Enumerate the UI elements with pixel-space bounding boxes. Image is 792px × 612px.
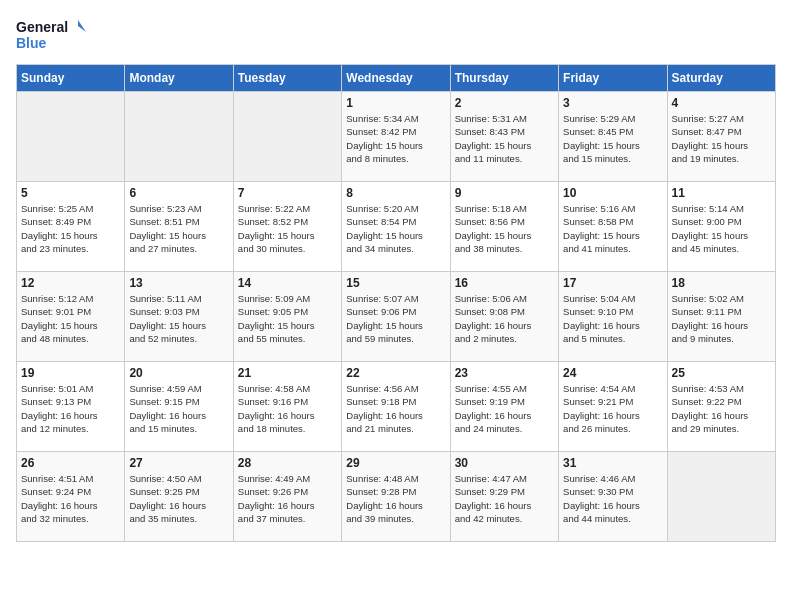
calendar-cell: 6Sunrise: 5:23 AM Sunset: 8:51 PM Daylig… [125,182,233,272]
week-row-3: 12Sunrise: 5:12 AM Sunset: 9:01 PM Dayli… [17,272,776,362]
week-row-4: 19Sunrise: 5:01 AM Sunset: 9:13 PM Dayli… [17,362,776,452]
day-number: 1 [346,96,445,110]
day-info: Sunrise: 5:23 AM Sunset: 8:51 PM Dayligh… [129,202,228,255]
day-number: 24 [563,366,662,380]
day-info: Sunrise: 4:46 AM Sunset: 9:30 PM Dayligh… [563,472,662,525]
day-number: 6 [129,186,228,200]
day-number: 12 [21,276,120,290]
weekday-header-monday: Monday [125,65,233,92]
calendar-table: SundayMondayTuesdayWednesdayThursdayFrid… [16,64,776,542]
calendar-cell: 15Sunrise: 5:07 AM Sunset: 9:06 PM Dayli… [342,272,450,362]
calendar-cell: 4Sunrise: 5:27 AM Sunset: 8:47 PM Daylig… [667,92,775,182]
day-info: Sunrise: 5:12 AM Sunset: 9:01 PM Dayligh… [21,292,120,345]
day-info: Sunrise: 4:48 AM Sunset: 9:28 PM Dayligh… [346,472,445,525]
day-info: Sunrise: 4:55 AM Sunset: 9:19 PM Dayligh… [455,382,554,435]
day-info: Sunrise: 5:27 AM Sunset: 8:47 PM Dayligh… [672,112,771,165]
day-info: Sunrise: 5:07 AM Sunset: 9:06 PM Dayligh… [346,292,445,345]
page-header: General Blue [16,16,776,54]
day-info: Sunrise: 5:31 AM Sunset: 8:43 PM Dayligh… [455,112,554,165]
calendar-cell [667,452,775,542]
calendar-cell: 5Sunrise: 5:25 AM Sunset: 8:49 PM Daylig… [17,182,125,272]
calendar-cell: 1Sunrise: 5:34 AM Sunset: 8:42 PM Daylig… [342,92,450,182]
calendar-cell: 28Sunrise: 4:49 AM Sunset: 9:26 PM Dayli… [233,452,341,542]
calendar-cell: 10Sunrise: 5:16 AM Sunset: 8:58 PM Dayli… [559,182,667,272]
day-number: 22 [346,366,445,380]
day-number: 26 [21,456,120,470]
calendar-cell: 25Sunrise: 4:53 AM Sunset: 9:22 PM Dayli… [667,362,775,452]
calendar-cell: 20Sunrise: 4:59 AM Sunset: 9:15 PM Dayli… [125,362,233,452]
day-number: 21 [238,366,337,380]
day-number: 16 [455,276,554,290]
calendar-cell [125,92,233,182]
day-number: 29 [346,456,445,470]
day-number: 28 [238,456,337,470]
calendar-cell: 27Sunrise: 4:50 AM Sunset: 9:25 PM Dayli… [125,452,233,542]
calendar-cell: 8Sunrise: 5:20 AM Sunset: 8:54 PM Daylig… [342,182,450,272]
calendar-cell: 11Sunrise: 5:14 AM Sunset: 9:00 PM Dayli… [667,182,775,272]
calendar-cell: 16Sunrise: 5:06 AM Sunset: 9:08 PM Dayli… [450,272,558,362]
calendar-cell: 21Sunrise: 4:58 AM Sunset: 9:16 PM Dayli… [233,362,341,452]
day-number: 14 [238,276,337,290]
calendar-cell: 31Sunrise: 4:46 AM Sunset: 9:30 PM Dayli… [559,452,667,542]
calendar-cell: 26Sunrise: 4:51 AM Sunset: 9:24 PM Dayli… [17,452,125,542]
day-number: 10 [563,186,662,200]
day-info: Sunrise: 4:58 AM Sunset: 9:16 PM Dayligh… [238,382,337,435]
day-info: Sunrise: 5:29 AM Sunset: 8:45 PM Dayligh… [563,112,662,165]
day-info: Sunrise: 5:22 AM Sunset: 8:52 PM Dayligh… [238,202,337,255]
weekday-header-row: SundayMondayTuesdayWednesdayThursdayFrid… [17,65,776,92]
calendar-cell: 14Sunrise: 5:09 AM Sunset: 9:05 PM Dayli… [233,272,341,362]
day-info: Sunrise: 4:51 AM Sunset: 9:24 PM Dayligh… [21,472,120,525]
day-number: 20 [129,366,228,380]
calendar-cell: 12Sunrise: 5:12 AM Sunset: 9:01 PM Dayli… [17,272,125,362]
day-number: 27 [129,456,228,470]
day-number: 19 [21,366,120,380]
calendar-cell: 3Sunrise: 5:29 AM Sunset: 8:45 PM Daylig… [559,92,667,182]
day-info: Sunrise: 5:06 AM Sunset: 9:08 PM Dayligh… [455,292,554,345]
day-info: Sunrise: 5:20 AM Sunset: 8:54 PM Dayligh… [346,202,445,255]
day-number: 17 [563,276,662,290]
svg-text:Blue: Blue [16,35,47,51]
day-number: 25 [672,366,771,380]
weekday-header-thursday: Thursday [450,65,558,92]
calendar-cell [17,92,125,182]
calendar-cell: 13Sunrise: 5:11 AM Sunset: 9:03 PM Dayli… [125,272,233,362]
weekday-header-sunday: Sunday [17,65,125,92]
day-info: Sunrise: 4:49 AM Sunset: 9:26 PM Dayligh… [238,472,337,525]
calendar-cell: 22Sunrise: 4:56 AM Sunset: 9:18 PM Dayli… [342,362,450,452]
weekday-header-saturday: Saturday [667,65,775,92]
logo: General Blue [16,16,86,54]
calendar-cell: 9Sunrise: 5:18 AM Sunset: 8:56 PM Daylig… [450,182,558,272]
calendar-cell: 18Sunrise: 5:02 AM Sunset: 9:11 PM Dayli… [667,272,775,362]
day-info: Sunrise: 5:14 AM Sunset: 9:00 PM Dayligh… [672,202,771,255]
day-info: Sunrise: 5:16 AM Sunset: 8:58 PM Dayligh… [563,202,662,255]
week-row-2: 5Sunrise: 5:25 AM Sunset: 8:49 PM Daylig… [17,182,776,272]
day-number: 30 [455,456,554,470]
day-number: 7 [238,186,337,200]
calendar-cell: 23Sunrise: 4:55 AM Sunset: 9:19 PM Dayli… [450,362,558,452]
day-number: 31 [563,456,662,470]
day-number: 2 [455,96,554,110]
day-number: 15 [346,276,445,290]
week-row-5: 26Sunrise: 4:51 AM Sunset: 9:24 PM Dayli… [17,452,776,542]
day-info: Sunrise: 5:04 AM Sunset: 9:10 PM Dayligh… [563,292,662,345]
day-number: 23 [455,366,554,380]
calendar-cell: 17Sunrise: 5:04 AM Sunset: 9:10 PM Dayli… [559,272,667,362]
day-number: 13 [129,276,228,290]
day-number: 3 [563,96,662,110]
day-number: 18 [672,276,771,290]
calendar-cell: 7Sunrise: 5:22 AM Sunset: 8:52 PM Daylig… [233,182,341,272]
calendar-cell: 29Sunrise: 4:48 AM Sunset: 9:28 PM Dayli… [342,452,450,542]
day-info: Sunrise: 5:34 AM Sunset: 8:42 PM Dayligh… [346,112,445,165]
calendar-cell: 24Sunrise: 4:54 AM Sunset: 9:21 PM Dayli… [559,362,667,452]
day-info: Sunrise: 5:02 AM Sunset: 9:11 PM Dayligh… [672,292,771,345]
week-row-1: 1Sunrise: 5:34 AM Sunset: 8:42 PM Daylig… [17,92,776,182]
day-info: Sunrise: 5:01 AM Sunset: 9:13 PM Dayligh… [21,382,120,435]
day-info: Sunrise: 4:53 AM Sunset: 9:22 PM Dayligh… [672,382,771,435]
calendar-cell: 2Sunrise: 5:31 AM Sunset: 8:43 PM Daylig… [450,92,558,182]
day-number: 9 [455,186,554,200]
calendar-cell [233,92,341,182]
day-info: Sunrise: 4:54 AM Sunset: 9:21 PM Dayligh… [563,382,662,435]
calendar-cell: 19Sunrise: 5:01 AM Sunset: 9:13 PM Dayli… [17,362,125,452]
logo-svg: General Blue [16,16,86,54]
weekday-header-tuesday: Tuesday [233,65,341,92]
